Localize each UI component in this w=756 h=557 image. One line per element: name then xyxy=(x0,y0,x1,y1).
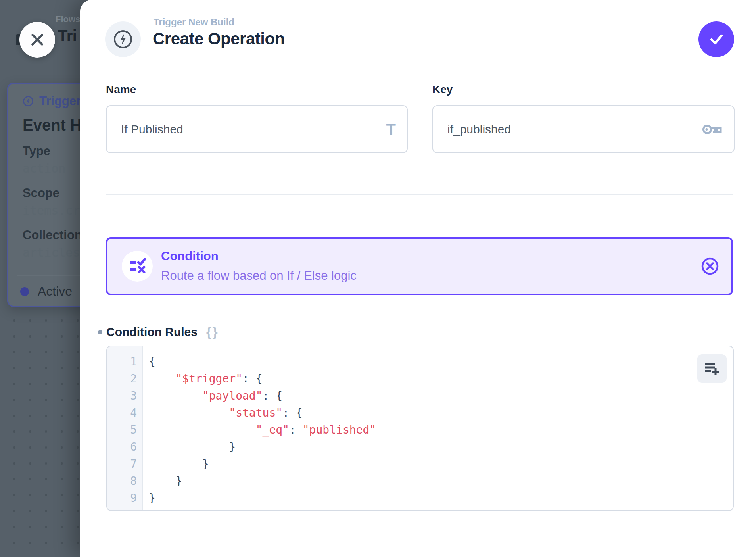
close-drawer-button[interactable] xyxy=(19,22,55,58)
line-number-column: 123456789 xyxy=(107,346,143,510)
key-icon xyxy=(702,123,723,136)
save-button[interactable] xyxy=(698,21,734,57)
field-value: articles xyxy=(23,246,80,259)
drawer-breadcrumb: Trigger New Build xyxy=(154,17,234,28)
create-operation-drawer: Trigger New Build Create Operation Name … xyxy=(80,0,756,557)
status-badge: Active xyxy=(20,284,90,299)
bolt-circle-icon xyxy=(23,96,34,107)
condition-rules-label: Condition Rules xyxy=(106,325,198,339)
operation-card-title: Condition xyxy=(161,249,219,263)
check-icon xyxy=(706,29,727,50)
status-label: Active xyxy=(34,284,72,299)
operation-type-card-condition[interactable]: Condition Route a flow based on If / Els… xyxy=(106,237,733,295)
playlist-add-icon xyxy=(703,360,721,377)
close-circle-icon xyxy=(700,257,720,276)
remove-operation-button[interactable] xyxy=(700,257,720,276)
name-input[interactable]: If Published T xyxy=(106,105,408,153)
screen: Flows Tri Trigger Event Hook Type action… xyxy=(0,0,756,557)
rule-icon xyxy=(122,251,153,282)
name-field-label: Name xyxy=(106,83,136,96)
code-lines[interactable]: { "$trigger": { "payload": { "status": {… xyxy=(144,346,733,510)
key-input[interactable]: if_published xyxy=(432,105,735,153)
page-title: Tri xyxy=(58,27,77,45)
condition-rules-editor: 123456789 { "$trigger": { "payload": { "… xyxy=(106,346,734,511)
status-dot-icon xyxy=(20,287,29,296)
name-input-value: If Published xyxy=(121,123,183,136)
key-input-value: if_published xyxy=(447,123,511,136)
condition-rules-header: Condition Rules {} xyxy=(98,325,219,340)
operation-card-subtitle: Route a flow based on If / Else logic xyxy=(161,269,357,283)
title-icon: T xyxy=(386,121,396,137)
trigger-panel-header: Trigger xyxy=(39,94,81,108)
field-value: action xyxy=(23,161,65,175)
key-field-label: Key xyxy=(432,83,453,96)
close-icon xyxy=(29,31,46,48)
modified-dot-icon xyxy=(98,330,102,334)
field-value: items.cre xyxy=(23,204,87,217)
field-label: Type xyxy=(23,144,50,158)
bolt-circle-icon xyxy=(105,21,141,57)
field-label: Collections xyxy=(23,228,89,242)
braces-icon: {} xyxy=(206,325,219,340)
editor-options-button[interactable] xyxy=(697,354,727,383)
field-label: Scope xyxy=(23,186,59,200)
breadcrumb: Flows xyxy=(56,14,80,25)
section-divider xyxy=(106,194,733,195)
drawer-title: Create Operation xyxy=(153,29,285,48)
